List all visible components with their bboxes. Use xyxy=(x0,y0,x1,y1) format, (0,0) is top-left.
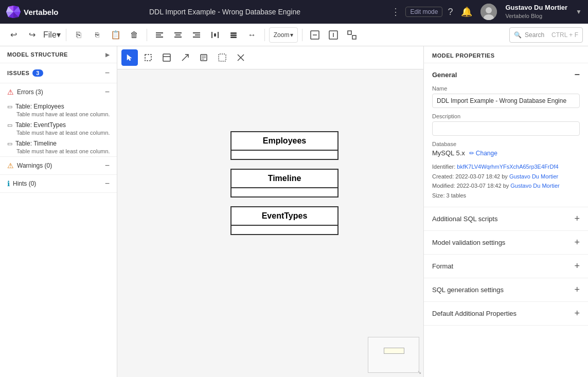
file-label: File xyxy=(43,30,57,40)
user-name: Gustavo Du Mortier xyxy=(505,4,567,12)
right-panel: MODEL PROPERTIES General − Name Descript… xyxy=(423,46,588,377)
zoom-label: Zoom xyxy=(274,31,290,39)
add-connector-button[interactable] xyxy=(177,49,193,66)
minimap-employees xyxy=(384,348,404,354)
distribute-icon xyxy=(210,30,220,40)
distribute-button[interactable] xyxy=(207,27,223,43)
align-center-button[interactable] xyxy=(170,27,186,43)
pencil-icon: ✏ xyxy=(469,150,474,157)
search-shortcut: CTRL + F xyxy=(551,31,578,39)
default-additional-section[interactable]: Default Additional Properties + xyxy=(424,302,588,326)
help-button[interactable]: ? xyxy=(448,7,453,17)
hints-collapse-icon[interactable]: − xyxy=(105,179,110,188)
add-note-button[interactable] xyxy=(195,49,212,66)
hints-icon: ℹ xyxy=(7,179,10,188)
fullscreen-button[interactable] xyxy=(344,27,360,43)
undo-button[interactable]: ↩ xyxy=(5,27,22,43)
file-menu-button[interactable]: File ▾ xyxy=(42,27,62,43)
fit-height-button[interactable] xyxy=(325,27,342,43)
table-eventtypes-item[interactable]: ▭ Table: EventTypes xyxy=(0,119,117,130)
general-section-header: General − xyxy=(432,69,580,80)
delete-button[interactable]: 🗑 xyxy=(126,27,142,43)
layers-button[interactable] xyxy=(225,27,242,43)
errors-section: ⚠ Errors (3) − ▭ Table: Employees Table … xyxy=(0,83,117,157)
hints-header[interactable]: ℹ Hints (0) − xyxy=(0,175,117,192)
sql-generation-section[interactable]: SQL generation settings + xyxy=(424,278,588,302)
timeline-table[interactable]: Timeline xyxy=(230,169,338,198)
warnings-section: ⚠ Warnings (0) − xyxy=(0,157,117,175)
add-table-button[interactable] xyxy=(158,49,175,66)
employees-table[interactable]: Employees xyxy=(230,131,338,160)
redo-button[interactable]: ↪ xyxy=(24,27,40,43)
notifications-button[interactable]: 🔔 xyxy=(461,6,472,17)
drawing-toolbar xyxy=(117,46,423,69)
default-additional-label: Default Additional Properties xyxy=(432,310,516,317)
table-eventtypes-name: Table: EventTypes xyxy=(15,121,66,129)
paste-button[interactable]: 📋 xyxy=(108,27,124,43)
database-row: MySQL 5.x ✏ Change xyxy=(432,149,580,157)
user-chevron-icon[interactable]: ▼ xyxy=(576,8,582,15)
table-icon-employees: ▭ xyxy=(7,103,12,110)
additional-sql-section[interactable]: Additional SQL scripts + xyxy=(424,207,588,231)
marquee-tool-button[interactable] xyxy=(140,49,156,66)
svg-rect-31 xyxy=(348,31,351,34)
identifier-value: bkfK7LV4WqrhmYFsXchA65rp3E4FrDf4 xyxy=(457,164,558,170)
description-input[interactable] xyxy=(432,121,580,136)
minimap[interactable] xyxy=(368,337,419,373)
canvas[interactable]: Employees Timeline EventTypes ↘ xyxy=(117,69,423,377)
change-database-button[interactable]: ✏ Change xyxy=(469,150,497,157)
topbar-more-icon[interactable]: ⋮ xyxy=(391,6,400,17)
cut-button[interactable]: ⎘ xyxy=(89,27,105,43)
area-icon xyxy=(218,53,226,62)
additional-sql-expand-icon: + xyxy=(574,213,580,224)
name-input[interactable] xyxy=(432,94,580,108)
resize-button[interactable]: ↔ xyxy=(244,27,260,43)
align-right-icon xyxy=(192,30,201,40)
svg-rect-25 xyxy=(230,34,237,36)
eventtypes-table-body xyxy=(231,226,337,234)
svg-marker-33 xyxy=(127,55,132,61)
align-left-icon xyxy=(155,30,164,40)
select-tool-button[interactable] xyxy=(121,49,138,66)
errors-collapse-icon[interactable]: − xyxy=(105,87,110,97)
table-timeline-error: Table must have at least one column. xyxy=(0,148,117,156)
sql-generation-expand-icon: + xyxy=(574,284,580,295)
zoom-chevron-icon: ▾ xyxy=(290,31,293,39)
search-box[interactable]: 🔍 Search CTRL + F xyxy=(509,27,583,43)
modified-by: Gustavo Du Mortier xyxy=(510,183,559,189)
warnings-header[interactable]: ⚠ Warnings (0) − xyxy=(0,157,117,174)
table-timeline-item[interactable]: ▭ Table: Timeline xyxy=(0,138,117,148)
no-select-button[interactable] xyxy=(233,49,249,66)
warnings-collapse-icon[interactable]: − xyxy=(105,161,110,170)
align-center-icon xyxy=(173,30,183,40)
issues-label-group: ISSUES 3 xyxy=(7,69,43,77)
model-structure-header[interactable]: MODEL STRUCTURE ▶ xyxy=(0,46,117,63)
issues-collapse-icon[interactable]: − xyxy=(105,68,110,78)
errors-header[interactable]: ⚠ Errors (3) − xyxy=(0,83,117,101)
hints-section: ℹ Hints (0) − xyxy=(0,175,117,193)
general-collapse-icon[interactable]: − xyxy=(574,69,580,80)
table-employees-item[interactable]: ▭ Table: Employees xyxy=(0,101,117,111)
eventtypes-table[interactable]: EventTypes xyxy=(230,206,338,235)
toolbar-separator-1 xyxy=(66,29,66,41)
search-icon: 🔍 xyxy=(514,31,522,39)
model-validation-section[interactable]: Model validation settings + xyxy=(424,231,588,255)
add-area-button[interactable] xyxy=(214,49,230,66)
issues-badge: 3 xyxy=(32,69,43,77)
align-left-button[interactable] xyxy=(151,27,168,43)
svg-rect-23 xyxy=(214,33,216,37)
format-section[interactable]: Format + xyxy=(424,255,588,278)
fit-width-button[interactable] xyxy=(307,27,323,43)
zoom-control[interactable]: Zoom ▾ xyxy=(269,27,298,43)
svg-rect-42 xyxy=(219,54,226,61)
issues-header[interactable]: ISSUES 3 − xyxy=(0,63,117,83)
canvas-area: Employees Timeline EventTypes ↘ xyxy=(117,46,423,377)
size-value: 3 tables xyxy=(447,192,467,199)
database-value: MySQL 5.x xyxy=(432,149,465,157)
avatar[interactable] xyxy=(480,4,497,20)
copy-button[interactable]: ⎘ xyxy=(70,27,87,43)
resize-handle[interactable]: ↘ xyxy=(417,369,421,375)
hints-header-left: ℹ Hints (0) xyxy=(7,179,36,188)
edit-mode-label[interactable]: Edit mode xyxy=(405,7,442,17)
align-right-button[interactable] xyxy=(188,27,205,43)
